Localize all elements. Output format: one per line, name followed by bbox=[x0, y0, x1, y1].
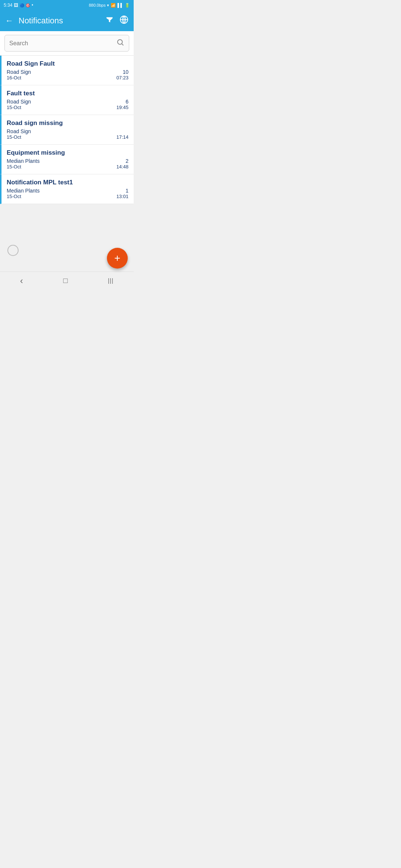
notification-time: 19:45 bbox=[116, 105, 128, 110]
list-item[interactable]: Road sign missing Road Sign 15-Oct 17:14 bbox=[0, 115, 134, 145]
notification-title: Fault test bbox=[7, 90, 128, 97]
notification-time: 07:23 bbox=[116, 75, 128, 80]
battery-icon: 🔋 bbox=[125, 3, 130, 8]
notification-left: Median Plants 15-Oct bbox=[7, 158, 40, 170]
notification-left: Road Sign 15-Oct bbox=[7, 128, 31, 140]
notification-date: 16-Oct bbox=[7, 75, 31, 80]
app-icon: 🎯 bbox=[26, 3, 30, 7]
filter-icon[interactable] bbox=[105, 16, 114, 26]
notification-time: 17:14 bbox=[116, 134, 128, 140]
notification-left: Road Sign 16-Oct bbox=[7, 69, 31, 80]
status-bar-left: 5:34 🖼 🔵 🎯 • bbox=[4, 3, 33, 8]
search-icon[interactable] bbox=[116, 38, 124, 48]
notification-count: 1 bbox=[116, 188, 128, 194]
page-title: Notifications bbox=[19, 16, 105, 26]
notification-count: 6 bbox=[116, 99, 128, 105]
notification-meta-row: Road Sign 16-Oct 10 07:23 bbox=[7, 69, 128, 80]
nav-home-button[interactable]: □ bbox=[56, 273, 75, 288]
wifi-icon: ▾ bbox=[107, 3, 109, 8]
list-item[interactable]: Road Sign Fault Road Sign 16-Oct 10 07:2… bbox=[0, 56, 134, 85]
notification-right: 10 07:23 bbox=[116, 69, 128, 80]
search-container bbox=[0, 31, 134, 56]
search-input[interactable] bbox=[9, 40, 116, 47]
notification-subtitle: Road Sign bbox=[7, 99, 31, 105]
notification-subtitle: Median Plants bbox=[7, 188, 40, 194]
notification-title: Notification MPL test1 bbox=[7, 179, 128, 186]
navigation-bar: ‹ □ ||| bbox=[0, 272, 134, 289]
circle-indicator bbox=[7, 245, 19, 256]
notification-title: Equipment missing bbox=[7, 149, 128, 157]
nav-back-button[interactable]: ‹ bbox=[13, 273, 30, 289]
notification-date: 15-Oct bbox=[7, 105, 31, 110]
notification-subtitle: Road Sign bbox=[7, 128, 31, 134]
notification-meta-row: Median Plants 15-Oct 2 14:48 bbox=[7, 158, 128, 170]
search-box[interactable] bbox=[4, 35, 129, 52]
notification-title: Road Sign Fault bbox=[7, 60, 128, 68]
notification-title: Road sign missing bbox=[7, 119, 128, 127]
vpn-icon: 🔵 bbox=[20, 3, 24, 7]
notification-count: 2 bbox=[116, 158, 128, 164]
globe-icon[interactable] bbox=[120, 15, 128, 26]
notification-count: 10 bbox=[116, 69, 128, 75]
status-time: 5:34 bbox=[4, 3, 12, 8]
notification-right: 2 14:48 bbox=[116, 158, 128, 170]
back-button[interactable]: ← bbox=[5, 16, 13, 26]
notification-right: 1 13:01 bbox=[116, 188, 128, 199]
notification-date: 15-Oct bbox=[7, 134, 31, 140]
signal-icon: 📶 bbox=[111, 3, 116, 8]
notification-meta-row: Median Plants 15-Oct 1 13:01 bbox=[7, 188, 128, 199]
notification-date: 15-Oct bbox=[7, 164, 40, 170]
list-item[interactable]: Notification MPL test1 Median Plants 15-… bbox=[0, 174, 134, 204]
list-item[interactable]: Equipment missing Median Plants 15-Oct 2… bbox=[0, 145, 134, 174]
photo-icon: 🖼 bbox=[14, 3, 18, 8]
plus-icon: + bbox=[114, 252, 120, 264]
network-speed: 880.0bps bbox=[89, 3, 105, 7]
notification-date: 15-Oct bbox=[7, 194, 40, 199]
notification-list: Road Sign Fault Road Sign 16-Oct 10 07:2… bbox=[0, 56, 134, 204]
list-item[interactable]: Fault test Road Sign 15-Oct 6 19:45 bbox=[0, 85, 134, 115]
header-actions bbox=[105, 15, 128, 26]
notification-left: Road Sign 15-Oct bbox=[7, 99, 31, 110]
notification-meta-row: Road Sign 15-Oct 17:14 bbox=[7, 128, 128, 140]
dot-indicator: • bbox=[32, 3, 33, 8]
notification-subtitle: Median Plants bbox=[7, 158, 40, 164]
notification-left: Median Plants 15-Oct bbox=[7, 188, 40, 199]
svg-point-4 bbox=[118, 40, 123, 45]
add-notification-button[interactable]: + bbox=[107, 248, 128, 269]
notification-time: 13:01 bbox=[116, 194, 128, 199]
notification-right: 6 19:45 bbox=[116, 99, 128, 110]
cellular-icon: ▌▌ bbox=[117, 3, 123, 7]
status-bar: 5:34 🖼 🔵 🎯 • 880.0bps ▾ 📶 ▌▌ 🔋 bbox=[0, 0, 134, 10]
status-bar-right: 880.0bps ▾ 📶 ▌▌ 🔋 bbox=[89, 3, 130, 8]
notification-subtitle: Road Sign bbox=[7, 69, 31, 75]
notification-meta-row: Road Sign 15-Oct 6 19:45 bbox=[7, 99, 128, 110]
nav-recents-button[interactable]: ||| bbox=[100, 274, 121, 287]
svg-line-5 bbox=[122, 44, 123, 45]
notification-time: 14:48 bbox=[116, 164, 128, 170]
notification-right: 17:14 bbox=[116, 134, 128, 140]
page: 5:34 🖼 🔵 🎯 • 880.0bps ▾ 📶 ▌▌ 🔋 ← Notific… bbox=[0, 0, 134, 289]
app-header: ← Notifications bbox=[0, 10, 134, 31]
